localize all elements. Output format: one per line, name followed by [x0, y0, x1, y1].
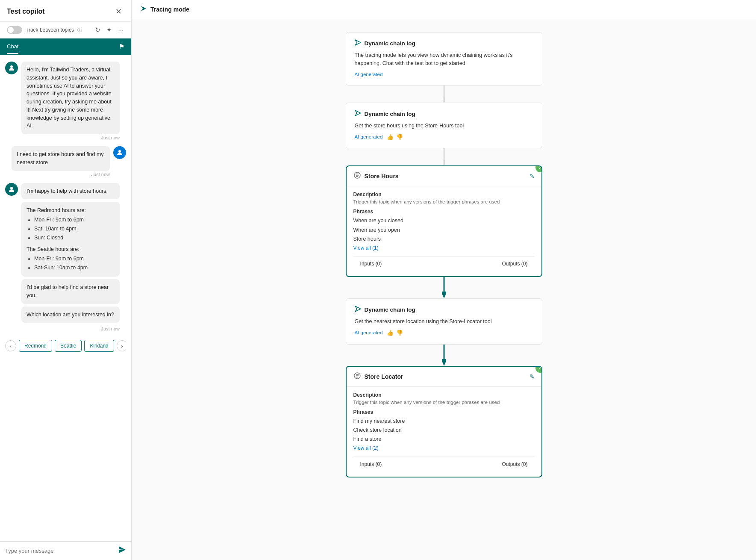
left-panel: Test copilot ✕ Track between topics ⓘ ↻ … [0, 0, 132, 560]
topic-card-header-store-hours: Store Hours ✎ [347, 166, 541, 186]
thumbs-up-icon-2[interactable]: 👍 [387, 133, 394, 141]
quick-reply-next[interactable]: › [117, 340, 126, 351]
chain-log-title-3: Dynamic chain log [365, 307, 415, 313]
svg-point-0 [10, 65, 13, 68]
outputs-store-locator: Outputs (0) [444, 461, 528, 467]
send-button[interactable] [118, 546, 126, 556]
ai-generated-link-2[interactable]: AI generated [355, 133, 383, 141]
bot-avatar-1 [5, 62, 18, 74]
toolbar-icons: ↻ ✦ ··· [94, 25, 124, 35]
tracing-content: Dynamic chain log The tracing mode lets … [132, 19, 756, 560]
chain-log-card-3: Dynamic chain log Get the nearest store … [346, 298, 542, 344]
chain-log-card-1: Dynamic chain log The tracing mode lets … [346, 32, 542, 85]
redmond-hour-3: Sun: Closed [34, 233, 115, 242]
timestamp-1: Just now [21, 135, 120, 140]
svg-point-1 [118, 150, 121, 153]
thumbs-down-icon-2[interactable]: 👎 [396, 133, 403, 141]
bot-avatar-2 [5, 183, 18, 196]
topic-title-store-hours: Store Hours [365, 173, 399, 180]
topic-icon-store-hours [353, 171, 361, 181]
svg-marker-9 [444, 160, 444, 165]
tracing-title: Tracing mode [150, 6, 189, 13]
description-label-store-hours: Description [353, 192, 535, 197]
phrases-store-locator: Find my nearest store Check store locati… [353, 417, 535, 453]
thumbs-down-icon-3[interactable]: 👎 [396, 329, 403, 337]
thick-arrow-1 [346, 277, 542, 298]
edit-icon-store-hours[interactable]: ✎ [529, 173, 535, 180]
description-text-store-locator: Trigger this topic when any versions of … [353, 400, 535, 405]
close-button[interactable]: ✕ [113, 6, 124, 17]
phrase-3-store-locator: Find a store [353, 435, 535, 444]
phrase-2-store-hours: When are you open [353, 226, 535, 235]
user-bubble-1: I need to get store hours and find my ne… [12, 146, 110, 171]
track-topics-toggle[interactable] [7, 26, 22, 34]
view-all-store-hours[interactable]: View all (1) [353, 245, 379, 251]
phrases-label-store-hours: Phrases [353, 209, 535, 215]
svg-marker-15 [442, 359, 446, 366]
more-button[interactable]: ··· [117, 26, 124, 35]
toggle-row: Track between topics ⓘ ↻ ✦ ··· [0, 22, 131, 38]
svg-marker-3 [141, 6, 146, 11]
chain-log-icon-1 [355, 39, 361, 47]
user-message-1: I need to get store hours and find my ne… [5, 146, 126, 177]
panel-header: Test copilot ✕ [0, 0, 131, 22]
bot-message-group-2: I'm happy to help with store hours. The … [21, 183, 120, 332]
quick-reply-redmond[interactable]: Redmond [19, 340, 52, 352]
redmond-hour-2: Sat: 10am to 4pm [34, 224, 115, 233]
phrase-1-store-locator: Find my nearest store [353, 417, 535, 426]
quick-reply-seattle[interactable]: Seattle [55, 340, 82, 352]
svg-marker-12 [442, 292, 446, 298]
bot-bubble-2: I'm happy to help with store hours. [21, 183, 120, 200]
tracing-icon [140, 5, 147, 14]
ai-generated-link-3[interactable]: AI generated [355, 329, 383, 336]
tracing-header: Tracing mode [132, 0, 756, 19]
chain-log-card-2: Dynamic chain log Get the store hours us… [346, 103, 542, 148]
bot-bubble-4: Which location are you interested in? [21, 307, 120, 323]
topic-card-header-store-locator: Store Locator ✎ [347, 367, 541, 387]
flag-icon[interactable]: ⚑ [119, 43, 124, 50]
bot-bubble-1: Hello, I'm Tailwind Traders, a virtual a… [21, 62, 120, 134]
redmond-label: The Redmond hours are: [26, 206, 115, 215]
chain-log-body-2: Get the store hours using the Store-Hour… [355, 122, 533, 141]
view-all-store-locator[interactable]: View all (2) [353, 445, 379, 451]
seattle-label: The Seattle hours are: [26, 245, 115, 254]
chain-log-title-2: Dynamic chain log [365, 111, 415, 117]
bot-message-2: I'm happy to help with store hours. The … [5, 183, 126, 332]
thumbs-up-icon-3[interactable]: 👍 [387, 329, 394, 337]
inputs-store-hours: Inputs (0) [360, 261, 444, 267]
toggle-label: Track between topics [26, 27, 74, 33]
svg-marker-4 [355, 40, 361, 45]
topic-title-store-locator: Store Locator [365, 373, 403, 380]
chat-messages: Hello, I'm Tailwind Traders, a virtual a… [0, 55, 131, 541]
ai-feedback-2: 👍 👎 [387, 133, 403, 141]
quick-reply-row: ‹ Redmond Seattle Kirkland › [5, 337, 126, 354]
store-info-bubble: The Redmond hours are: Mon-Fri: 9am to 6… [21, 202, 120, 277]
bot-message-1: Hello, I'm Tailwind Traders, a virtual a… [5, 62, 126, 140]
io-row-store-locator: Inputs (0) Outputs (0) [353, 457, 535, 472]
timestamp-bot-2: Just now [21, 326, 120, 331]
phrase-3-store-hours: Store hours [353, 235, 535, 244]
redmond-hour-1: Mon-Fri: 9am to 6pm [34, 215, 115, 224]
edit-icon-store-locator[interactable]: ✎ [529, 373, 535, 380]
chain-log-icon-3 [355, 306, 361, 313]
topic-icon-store-locator [353, 372, 361, 381]
seattle-hour-1: Mon-Fri: 9am to 6pm [34, 254, 115, 263]
ai-feedback-3: 👍 👎 [387, 329, 403, 337]
quick-reply-prev[interactable]: ‹ [5, 340, 16, 351]
quick-reply-kirkland[interactable]: Kirkland [84, 340, 114, 352]
chain-log-header-2: Dynamic chain log [355, 110, 533, 118]
topic-card-store-hours: ✓ Store Hours ✎ Description Trigger this… [346, 165, 542, 277]
bot-bubble-3: I'd be glad to help find a store near yo… [21, 279, 120, 304]
ai-generated-link-1[interactable]: AI generated [355, 71, 383, 78]
add-button[interactable]: ✦ [106, 25, 113, 35]
right-panel: Tracing mode Dynamic chain log The traci… [132, 0, 756, 560]
inputs-store-locator: Inputs (0) [360, 461, 444, 467]
chat-tab[interactable]: Chat [7, 40, 18, 54]
chat-input[interactable] [5, 548, 115, 554]
chain-log-header-1: Dynamic chain log [355, 39, 533, 47]
outputs-store-hours: Outputs (0) [444, 261, 528, 267]
chain-log-body-3: Get the nearest store location using the… [355, 318, 533, 337]
phrase-1-store-hours: When are you closed [353, 216, 535, 225]
refresh-button[interactable]: ↻ [94, 25, 101, 35]
svg-marker-7 [355, 110, 361, 116]
